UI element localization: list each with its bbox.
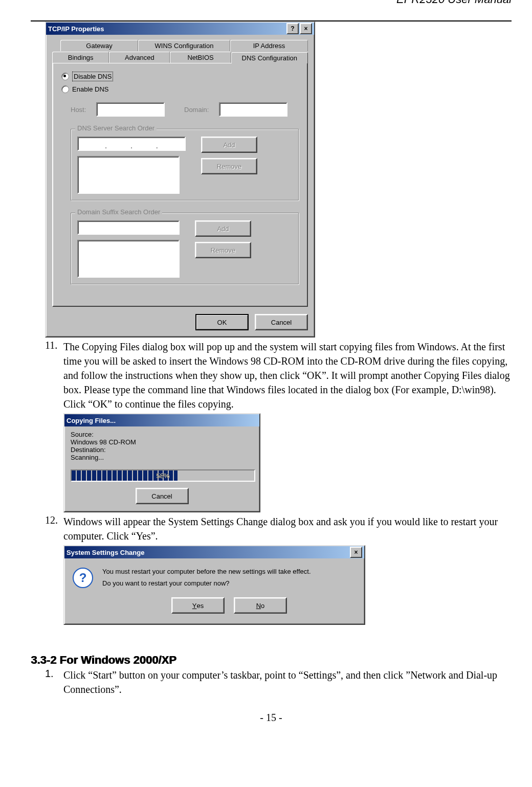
progress-bar: 58% (71, 469, 255, 482)
suffix-list[interactable] (77, 240, 180, 278)
section-item-1-number: 1. (45, 668, 63, 696)
dns-add-button[interactable]: Add (201, 137, 257, 153)
label-enable-dns: Enable DNS (72, 85, 109, 93)
source-label: Source: (71, 431, 253, 438)
step-11-text: The Copying Files dialog box will pop up… (63, 340, 512, 411)
close-button[interactable]: × (300, 23, 312, 34)
suffix-input[interactable] (77, 220, 180, 235)
domain-label: Domain: (184, 106, 214, 114)
tab-ip-address[interactable]: IP Address (230, 40, 308, 51)
yes-button[interactable]: Yes (171, 597, 225, 614)
section-heading: 3.3-2 For Windows 2000/XP (31, 654, 512, 667)
scanning-label: Scanning... (71, 454, 253, 461)
host-input[interactable] (96, 102, 165, 117)
destination-label: Destination: (71, 446, 253, 454)
label-disable-dns: Disable DNS (72, 72, 113, 81)
system-settings-window: System Settings Change × ? You must rest… (63, 545, 365, 625)
tab-panel: Disable DNS Enable DNS Host: Domain: DNS… (52, 62, 308, 307)
header-title: EPR2320 User Manual (31, 0, 512, 6)
dns-list[interactable] (77, 156, 180, 194)
tab-advanced[interactable]: Advanced (109, 52, 170, 63)
copying-cancel-button[interactable]: Cancel (136, 488, 189, 504)
ok-button[interactable]: OK (195, 314, 249, 330)
titlebar: TCP/IP Properties ? × (46, 23, 314, 35)
suffix-add-button[interactable]: Add (195, 220, 251, 237)
radio-disable-dns[interactable] (61, 73, 69, 80)
cancel-button[interactable]: Cancel (255, 314, 308, 330)
tcpip-properties-window: TCP/IP Properties ? × Gateway WINS Confi… (45, 21, 315, 338)
close-button[interactable]: × (350, 547, 362, 558)
dns-remove-button[interactable]: Remove (201, 158, 257, 174)
suffix-remove-button[interactable]: Remove (195, 242, 251, 258)
tab-netbios[interactable]: NetBIOS (170, 52, 231, 63)
tab-wins[interactable]: WINS Configuration (138, 40, 230, 51)
window-title: Copying Files... (66, 417, 257, 424)
question-icon: ? (73, 568, 93, 588)
tab-dns-config[interactable]: DNS Configuration (231, 52, 308, 63)
no-button[interactable]: No (234, 597, 287, 614)
titlebar: Copying Files... (64, 414, 259, 426)
host-label: Host: (71, 106, 91, 114)
step-11-number: 11. (45, 340, 63, 411)
group-domain-suffix: Domain Suffix Search Order (75, 208, 162, 216)
source-value: Windows 98 CD-ROM (71, 438, 253, 446)
tab-gateway[interactable]: Gateway (60, 40, 138, 51)
restart-message-1: You must restart your computer before th… (102, 568, 356, 575)
restart-message-2: Do you want to restart your computer now… (102, 579, 356, 587)
help-button[interactable]: ? (286, 23, 299, 34)
copying-files-window: Copying Files... Source: Windows 98 CD-R… (63, 413, 260, 512)
section-item-1-text: Click “Start” button on your computer’s … (63, 668, 512, 696)
dns-ip-input[interactable]: ... (77, 137, 186, 151)
tab-bindings[interactable]: Bindings (52, 52, 109, 63)
domain-input[interactable] (219, 102, 287, 117)
progress-percent: 58% (72, 470, 254, 481)
titlebar: System Settings Change × (64, 546, 364, 558)
group-dns-servers: DNS Server Search Order (75, 124, 157, 132)
step-12-number: 12. (45, 514, 63, 543)
window-title: TCP/IP Properties (48, 25, 285, 33)
page-number: - 15 - (31, 712, 512, 724)
window-title: System Settings Change (66, 549, 349, 556)
radio-enable-dns[interactable] (61, 85, 69, 93)
step-12-text: Windows will appear the System Settings … (63, 514, 512, 543)
